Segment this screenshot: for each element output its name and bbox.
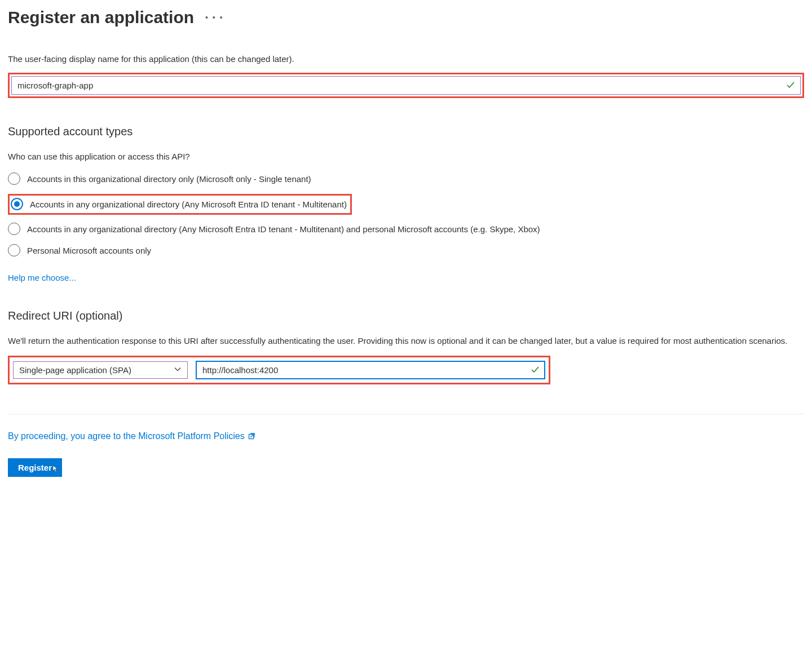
radio-option-single-tenant[interactable]: Accounts in this organizational director…	[8, 172, 804, 186]
page-title: Register an application	[8, 8, 194, 27]
external-link-icon	[248, 432, 256, 441]
platform-select-value: Single-page application (SPA)	[19, 365, 131, 375]
more-icon[interactable]: • • •	[205, 13, 223, 22]
name-input-highlight	[8, 73, 804, 98]
uri-input-wrapper	[196, 361, 545, 379]
register-button-label: Register	[18, 463, 52, 472]
radio-dot-icon	[14, 201, 20, 207]
radio-label: Personal Microsoft accounts only	[27, 244, 151, 258]
radio-icon	[8, 223, 20, 235]
check-icon	[531, 365, 540, 375]
radio-icon	[11, 198, 23, 210]
radio-option-multitenant-personal[interactable]: Accounts in any organizational directory…	[8, 223, 804, 236]
radio-icon	[8, 172, 20, 185]
chevron-down-icon	[174, 365, 182, 375]
help-me-choose-link[interactable]: Help me choose...	[8, 273, 76, 282]
radio-label: Accounts in any organizational directory…	[27, 223, 540, 236]
register-button[interactable]: Register	[8, 458, 62, 477]
check-icon	[786, 80, 795, 91]
redirect-uri-description: We'll return the authentication response…	[8, 336, 804, 346]
platform-select[interactable]: Single-page application (SPA)	[13, 361, 188, 379]
platform-policies-link[interactable]: By proceeding, you agree to the Microsof…	[8, 431, 245, 441]
redirect-uri-input[interactable]	[196, 361, 545, 379]
radio-option-personal-only[interactable]: Personal Microsoft accounts only	[8, 244, 804, 258]
account-types-subtext: Who can use this application or access t…	[8, 152, 804, 161]
account-types-radio-group: Accounts in this organizational director…	[8, 172, 804, 257]
agreement-row: By proceeding, you agree to the Microsof…	[8, 431, 804, 441]
redirect-uri-highlight: Single-page application (SPA)	[8, 356, 550, 384]
page-header: Register an application • • •	[8, 8, 804, 27]
radio-icon	[8, 244, 20, 256]
footer-divider	[8, 414, 804, 414]
redirect-uri-heading: Redirect URI (optional)	[8, 309, 804, 322]
radio-option-multitenant[interactable]: Accounts in any organizational directory…	[8, 194, 352, 215]
name-input-wrapper	[11, 76, 801, 95]
name-field-label: The user-facing display name for this ap…	[8, 54, 804, 64]
radio-label: Accounts in this organizational director…	[27, 172, 311, 186]
app-name-input[interactable]	[11, 76, 801, 95]
account-types-heading: Supported account types	[8, 125, 804, 138]
radio-label: Accounts in any organizational directory…	[30, 198, 347, 211]
cursor-icon	[52, 464, 59, 474]
